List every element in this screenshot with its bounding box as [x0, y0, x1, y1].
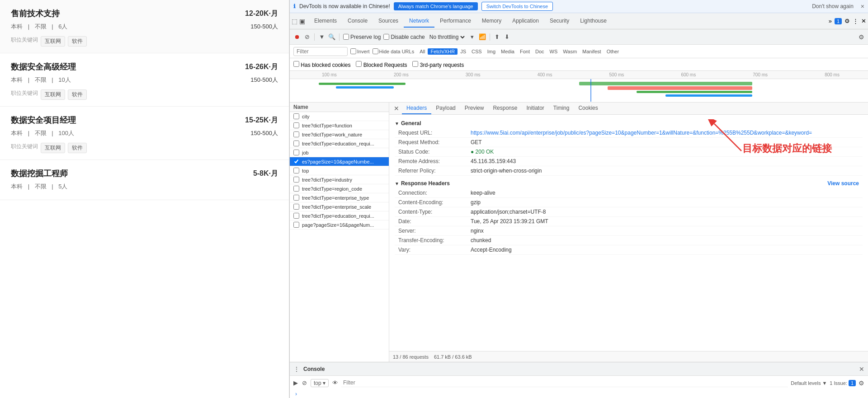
console-menu-icon[interactable]: ⋮	[293, 365, 300, 373]
job-item[interactable]: 数据挖掘工程师 5-8K·月 本科 | 不限 | 5人	[0, 160, 289, 200]
filter-other-button[interactable]: Other	[604, 48, 622, 55]
cursor-icon[interactable]: ⬚	[292, 18, 297, 25]
request-checkbox[interactable]	[293, 195, 299, 201]
job-item[interactable]: 售前技术支持 12-20K·月 本科 | 不限 | 6人 150-500人 职位…	[0, 0, 289, 53]
request-checkbox[interactable]	[293, 222, 299, 228]
settings-icon[interactable]: ⚙	[844, 18, 850, 24]
filter-all-button[interactable]: All	[417, 48, 428, 55]
throttle-select[interactable]: No throttling Fast 3G Slow 3G Offline	[428, 33, 466, 41]
more-tabs-icon[interactable]: »	[829, 18, 832, 24]
request-item[interactable]: es?pageSize=10&pageNumbe...	[290, 157, 389, 166]
console-settings-icon[interactable]: ⚙	[859, 379, 864, 387]
console-filter-input[interactable]	[341, 379, 788, 387]
detail-tab-initiator[interactable]: Initiator	[522, 103, 548, 114]
dont-show-link[interactable]: Don't show again	[812, 3, 854, 9]
request-checkbox[interactable]	[293, 159, 299, 164]
request-checkbox[interactable]	[293, 168, 299, 173]
request-item[interactable]: top	[290, 166, 389, 175]
filter-js-button[interactable]: JS	[458, 48, 469, 55]
console-eye-icon[interactable]: 👁	[331, 379, 339, 387]
console-run-icon[interactable]: ▶	[293, 379, 298, 386]
tab-sources[interactable]: Sources	[373, 15, 404, 28]
tab-network[interactable]: Network	[404, 15, 434, 28]
job-item[interactable]: 数据安全项目经理 15-25K·月 本科 | 不限 | 100人 150-500…	[0, 107, 289, 160]
third-party-checkbox[interactable]: 3rd-party requests	[412, 61, 464, 68]
network-settings-icon[interactable]: ⚙	[859, 33, 864, 41]
request-checkbox[interactable]	[293, 113, 299, 119]
detail-tab-cookies[interactable]: Cookies	[574, 103, 602, 114]
general-section-header[interactable]: ▼ General	[395, 118, 863, 128]
view-source-link[interactable]: View source	[827, 180, 863, 187]
request-checkbox[interactable]	[293, 177, 299, 183]
has-blocked-cookies-checkbox[interactable]: Has blocked cookies	[293, 61, 350, 68]
request-item[interactable]: city	[290, 112, 389, 121]
filter-ws-button[interactable]: WS	[547, 48, 561, 55]
filter-doc-button[interactable]: Doc	[533, 48, 547, 55]
console-close-button[interactable]: ✕	[859, 365, 864, 373]
request-checkbox[interactable]	[293, 204, 299, 210]
request-checkbox[interactable]	[293, 150, 299, 155]
stop-icon[interactable]: ⊘	[303, 33, 311, 41]
export-icon[interactable]: ⬇	[504, 33, 511, 41]
import-icon[interactable]: ⬆	[494, 33, 501, 41]
timeline-area[interactable]: 100 ms200 ms300 ms400 ms500 ms600 ms700 …	[290, 71, 868, 103]
detail-tab-timing[interactable]: Timing	[549, 103, 574, 114]
hide-data-urls-checkbox[interactable]: Hide data URLs	[373, 48, 415, 54]
tab-memory[interactable]: Memory	[476, 15, 507, 28]
filter-manifest-button[interactable]: Manifest	[580, 48, 604, 55]
request-item[interactable]: job	[290, 148, 389, 157]
request-item[interactable]: tree?dictType=function	[290, 121, 389, 130]
request-item[interactable]: tree?dictType=enterprise_scale	[290, 202, 389, 211]
tab-lighthouse[interactable]: Lighthouse	[575, 15, 612, 28]
request-item[interactable]: tree?dictType=region_code	[290, 184, 389, 193]
request-checkbox[interactable]	[293, 140, 299, 146]
filter-css-button[interactable]: CSS	[469, 48, 485, 55]
request-checkbox[interactable]	[293, 131, 299, 137]
request-checkbox[interactable]	[293, 122, 299, 128]
detail-tab-preview[interactable]: Preview	[460, 103, 489, 114]
device-icon[interactable]: ▣	[299, 18, 305, 25]
detail-tab-response[interactable]: Response	[488, 103, 522, 114]
request-checkbox[interactable]	[293, 213, 299, 219]
preserve-log-input[interactable]	[343, 34, 349, 40]
tab-elements[interactable]: Elements	[309, 15, 342, 28]
close-devtools-icon[interactable]: ✕	[861, 18, 866, 24]
request-item[interactable]: page?pageSize=16&pageNum...	[290, 220, 389, 229]
request-item[interactable]: tree?dictType=education_requi...	[290, 139, 389, 148]
disable-cache-input[interactable]	[383, 34, 389, 40]
info-bar-close-button[interactable]: ×	[861, 3, 864, 10]
filter-media-button[interactable]: Media	[498, 48, 517, 55]
job-item[interactable]: 数据安全高级经理 16-26K·月 本科 | 不限 | 10人 150-500人…	[0, 53, 289, 107]
filter-fetch-xhr-button[interactable]: Fetch/XHR	[428, 48, 458, 55]
filter-wasm-button[interactable]: Wasm	[560, 48, 580, 55]
request-item[interactable]: tree?dictType=enterprise_type	[290, 193, 389, 202]
response-headers-section-header[interactable]: ▼ Response Headers View source	[395, 178, 863, 188]
tab-application[interactable]: Application	[507, 15, 544, 28]
console-top-selector[interactable]: top ▾	[311, 379, 329, 387]
tab-console[interactable]: Console	[342, 15, 373, 28]
network-conditions-icon[interactable]: 📶	[479, 33, 486, 41]
console-levels-selector[interactable]: Default levels ▼	[791, 380, 827, 386]
tab-performance[interactable]: Performance	[434, 15, 476, 28]
request-item[interactable]: tree?dictType=work_nature	[290, 130, 389, 139]
request-item[interactable]: tree?dictType=education_requi...	[290, 211, 389, 220]
filter-img-button[interactable]: Img	[485, 48, 498, 55]
console-stop-icon[interactable]: ⊘	[301, 379, 308, 387]
detail-tab-headers[interactable]: Headers	[402, 103, 431, 114]
match-language-button[interactable]: Always match Chrome's language	[394, 2, 478, 10]
throttle-dropdown-icon[interactable]: ▾	[469, 33, 476, 41]
search-icon[interactable]: 🔍	[328, 33, 335, 41]
tab-security[interactable]: Security	[544, 15, 575, 28]
filter-icon[interactable]: ▼	[318, 33, 326, 41]
more-options-icon[interactable]: ⋮	[853, 18, 859, 24]
detail-tab-payload[interactable]: Payload	[431, 103, 460, 114]
switch-devtools-button[interactable]: Switch DevTools to Chinese	[481, 2, 553, 11]
record-icon[interactable]: ⏺	[293, 33, 301, 41]
detail-close-button[interactable]: ✕	[391, 103, 402, 114]
filter-font-button[interactable]: Font	[517, 48, 533, 55]
blocked-requests-checkbox[interactable]: Blocked Requests	[356, 61, 407, 68]
request-checkbox[interactable]	[293, 186, 299, 192]
disable-cache-checkbox[interactable]: Disable cache	[383, 34, 425, 40]
invert-checkbox[interactable]: Invert	[350, 48, 370, 54]
filter-input[interactable]	[293, 47, 348, 56]
